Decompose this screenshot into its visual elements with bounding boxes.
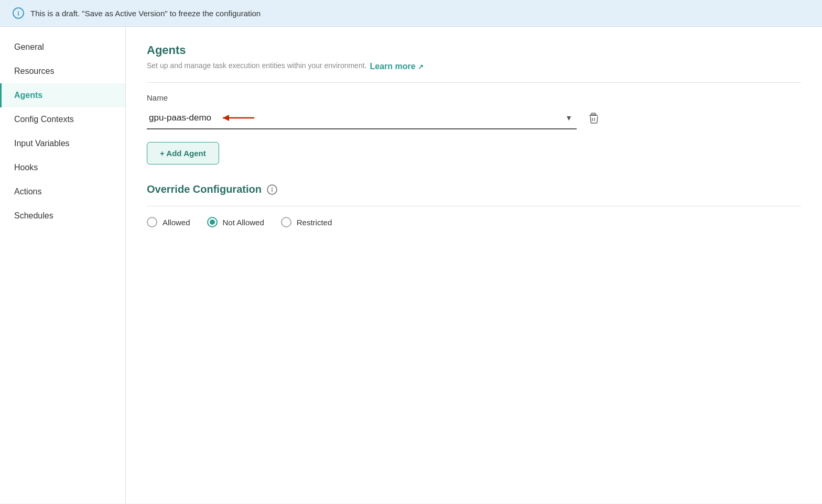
section-header: Agents Set up and manage task execution … [147, 43, 801, 72]
override-title: Override Configuration [147, 183, 262, 195]
name-label: Name [147, 93, 801, 102]
add-agent-button[interactable]: + Add Agent [147, 142, 219, 165]
agents-title: Agents [147, 43, 801, 57]
radio-label-2: Restricted [297, 218, 332, 227]
main-content: Agents Set up and manage task execution … [126, 27, 822, 503]
name-row: gpu-paas-demo ▼ [147, 107, 801, 129]
radio-circle-2 [281, 217, 291, 227]
info-icon: i [13, 7, 24, 19]
sidebar-item-input-variables[interactable]: Input Variables [0, 132, 125, 156]
override-radio-group: AllowedNot AllowedRestricted [147, 217, 801, 227]
radio-option-allowed[interactable]: Allowed [147, 217, 190, 227]
draft-banner: i This is a draft. "Save as Active Versi… [0, 0, 822, 27]
chevron-down-icon: ▼ [565, 114, 572, 122]
radio-circle-1 [207, 217, 218, 227]
main-layout: GeneralResourcesAgentsConfig ContextsInp… [0, 27, 822, 503]
sidebar-item-config-contexts[interactable]: Config Contexts [0, 107, 125, 132]
radio-label-0: Allowed [163, 218, 190, 227]
sidebar-item-agents[interactable]: Agents [0, 83, 125, 107]
sidebar-item-general[interactable]: General [0, 35, 125, 59]
agent-name-field[interactable]: gpu-paas-demo ▼ [147, 107, 577, 129]
sidebar-item-actions[interactable]: Actions [0, 180, 125, 204]
banner-text: This is a draft. "Save as Active Version… [30, 9, 261, 18]
override-section-header: Override Configuration i [147, 183, 801, 195]
agents-description: Set up and manage task execution entitie… [147, 61, 366, 70]
svg-marker-1 [223, 115, 229, 121]
radio-label-1: Not Allowed [223, 218, 264, 227]
radio-option-restricted[interactable]: Restricted [281, 217, 332, 227]
sidebar-item-schedules[interactable]: Schedules [0, 204, 125, 228]
agent-name-with-arrow: gpu-paas-demo [149, 112, 259, 124]
divider-1 [147, 82, 801, 83]
desc-row: Set up and manage task execution entitie… [147, 61, 801, 72]
radio-option-not-allowed[interactable]: Not Allowed [207, 217, 264, 227]
radio-circle-0 [147, 217, 157, 227]
delete-agent-button[interactable] [585, 109, 602, 127]
sidebar: GeneralResourcesAgentsConfig ContextsInp… [0, 27, 126, 503]
sidebar-item-hooks[interactable]: Hooks [0, 156, 125, 180]
learn-more-link[interactable]: Learn more [370, 62, 423, 71]
svg-rect-3 [589, 115, 598, 116]
trash-icon [588, 113, 599, 124]
agent-name-text: gpu-paas-demo [149, 113, 211, 123]
svg-rect-2 [591, 113, 596, 115]
red-arrow-icon [218, 112, 259, 124]
override-info-icon[interactable]: i [267, 184, 277, 195]
divider-2 [147, 206, 801, 206]
sidebar-item-resources[interactable]: Resources [0, 59, 125, 83]
